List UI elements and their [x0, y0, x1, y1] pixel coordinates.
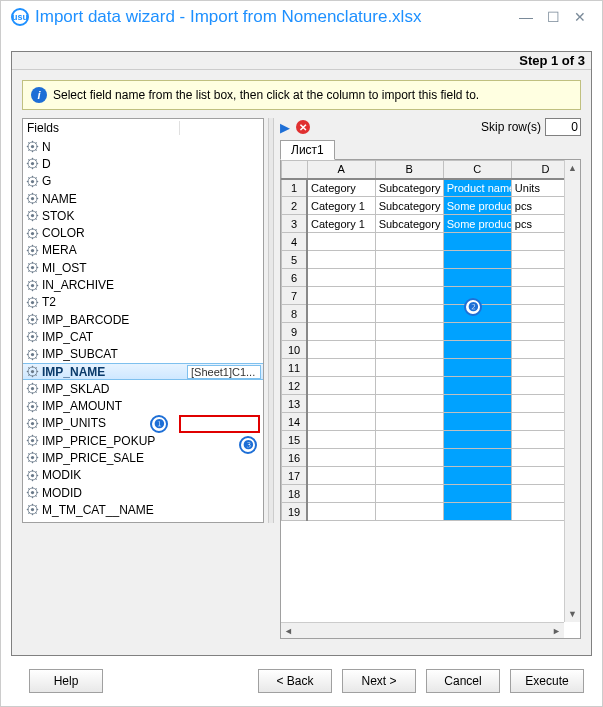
- close-button[interactable]: ✕: [574, 9, 586, 25]
- cell[interactable]: [443, 467, 511, 485]
- cell[interactable]: [443, 485, 511, 503]
- cell[interactable]: [443, 377, 511, 395]
- cell[interactable]: [307, 485, 375, 503]
- row-header[interactable]: 8: [282, 305, 308, 323]
- cell[interactable]: [375, 503, 443, 521]
- play-icon[interactable]: ▶: [280, 120, 290, 135]
- cell[interactable]: [443, 503, 511, 521]
- field-row[interactable]: IMP_NAME[Sheet1]C1...: [23, 363, 263, 380]
- cell[interactable]: [443, 323, 511, 341]
- field-row[interactable]: COLOR: [23, 224, 263, 241]
- field-row[interactable]: MODIK: [23, 467, 263, 484]
- sheet-tab[interactable]: Лист1: [280, 140, 335, 160]
- cell[interactable]: [307, 341, 375, 359]
- field-row[interactable]: G: [23, 173, 263, 190]
- cell[interactable]: [307, 251, 375, 269]
- cell[interactable]: [443, 449, 511, 467]
- fields-list[interactable]: NDGNAMESTOKCOLORMERAMI_OSTIN_ARCHIVET2IM…: [23, 138, 263, 522]
- cell[interactable]: [375, 485, 443, 503]
- row-header[interactable]: 5: [282, 251, 308, 269]
- row-header[interactable]: 13: [282, 395, 308, 413]
- field-row[interactable]: IMP_BARCODE: [23, 311, 263, 328]
- cell[interactable]: [443, 341, 511, 359]
- field-row[interactable]: IMP_AMOUNT: [23, 397, 263, 414]
- cell[interactable]: [375, 233, 443, 251]
- cell[interactable]: [375, 431, 443, 449]
- field-row[interactable]: IN_ARCHIVE: [23, 276, 263, 293]
- row-header[interactable]: 9: [282, 323, 308, 341]
- cell[interactable]: Some produc: [443, 215, 511, 233]
- cell[interactable]: Category: [307, 179, 375, 197]
- cell[interactable]: Subcategory: [375, 197, 443, 215]
- back-button[interactable]: < Back: [258, 669, 332, 693]
- field-row[interactable]: IMP_CAT: [23, 328, 263, 345]
- cell[interactable]: [375, 305, 443, 323]
- row-header[interactable]: 10: [282, 341, 308, 359]
- delete-icon[interactable]: ✕: [296, 120, 310, 134]
- row-header[interactable]: 16: [282, 449, 308, 467]
- cell[interactable]: [307, 287, 375, 305]
- field-row[interactable]: NAME: [23, 190, 263, 207]
- sheet-grid[interactable]: ABCD1CategorySubcategoryProduct nameUnit…: [280, 160, 581, 639]
- field-row[interactable]: IMP_SKLAD: [23, 380, 263, 397]
- cell[interactable]: [307, 431, 375, 449]
- v-scrollbar[interactable]: [564, 160, 580, 622]
- field-row[interactable]: IMP_PRICE_POKUP: [23, 432, 263, 449]
- cell[interactable]: [375, 251, 443, 269]
- col-header[interactable]: C: [443, 161, 511, 179]
- row-header[interactable]: 19: [282, 503, 308, 521]
- cell[interactable]: [375, 413, 443, 431]
- row-header[interactable]: 11: [282, 359, 308, 377]
- row-header[interactable]: 15: [282, 431, 308, 449]
- cell[interactable]: [307, 359, 375, 377]
- row-header[interactable]: 17: [282, 467, 308, 485]
- cell[interactable]: [375, 287, 443, 305]
- col-header[interactable]: B: [375, 161, 443, 179]
- cell[interactable]: [375, 377, 443, 395]
- field-mapping[interactable]: [Sheet1]C1...: [187, 365, 261, 379]
- cell[interactable]: [375, 395, 443, 413]
- execute-button[interactable]: Execute: [510, 669, 584, 693]
- cell[interactable]: [375, 359, 443, 377]
- row-header[interactable]: 12: [282, 377, 308, 395]
- cell[interactable]: [307, 305, 375, 323]
- cell[interactable]: [443, 269, 511, 287]
- cell[interactable]: [443, 395, 511, 413]
- cell[interactable]: Product name: [443, 179, 511, 197]
- cell[interactable]: [307, 233, 375, 251]
- row-header[interactable]: 4: [282, 233, 308, 251]
- row-header[interactable]: 1: [282, 179, 308, 197]
- cell[interactable]: [307, 449, 375, 467]
- skip-rows-input[interactable]: [545, 118, 581, 136]
- help-button[interactable]: Help: [29, 669, 103, 693]
- cell[interactable]: Category 1: [307, 197, 375, 215]
- row-header[interactable]: 2: [282, 197, 308, 215]
- field-row[interactable]: D: [23, 155, 263, 172]
- cell[interactable]: [443, 431, 511, 449]
- h-scrollbar[interactable]: [281, 622, 564, 638]
- minimize-button[interactable]: —: [519, 9, 533, 25]
- row-header[interactable]: 14: [282, 413, 308, 431]
- cell[interactable]: [307, 377, 375, 395]
- cell[interactable]: [307, 467, 375, 485]
- cell[interactable]: Subcategory: [375, 179, 443, 197]
- cancel-button[interactable]: Cancel: [426, 669, 500, 693]
- field-row[interactable]: M_TM_CAT__NAME: [23, 501, 263, 518]
- cell[interactable]: Category 1: [307, 215, 375, 233]
- field-row[interactable]: STOK: [23, 207, 263, 224]
- next-button[interactable]: Next >: [342, 669, 416, 693]
- cell[interactable]: [443, 251, 511, 269]
- field-row[interactable]: MODID: [23, 484, 263, 501]
- maximize-button[interactable]: ☐: [547, 9, 560, 25]
- col-header[interactable]: A: [307, 161, 375, 179]
- row-header[interactable]: 7: [282, 287, 308, 305]
- cell[interactable]: Some produc: [443, 197, 511, 215]
- cell[interactable]: [375, 269, 443, 287]
- field-row[interactable]: MI_OST: [23, 259, 263, 276]
- cell[interactable]: [307, 395, 375, 413]
- row-header[interactable]: 6: [282, 269, 308, 287]
- cell[interactable]: [443, 413, 511, 431]
- cell[interactable]: [375, 467, 443, 485]
- cell[interactable]: [375, 323, 443, 341]
- field-row[interactable]: IMP_SUBCAT: [23, 346, 263, 363]
